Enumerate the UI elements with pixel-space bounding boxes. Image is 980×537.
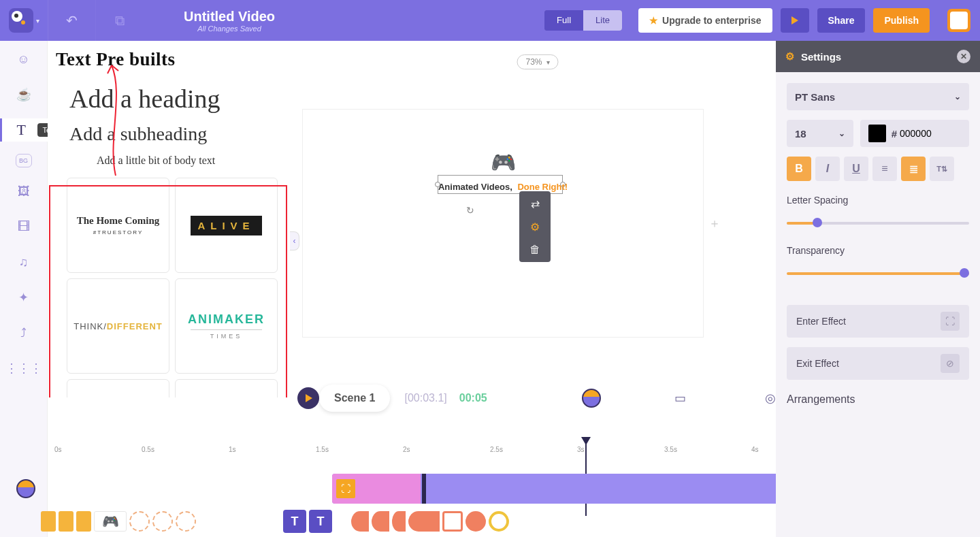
- settings-panel: ⚙ Settings ✕ PT Sans ⌄ 18 ⌄ # B I U ≡ ≣ …: [776, 41, 980, 537]
- align-left-button[interactable]: ≡: [872, 157, 897, 181]
- scene-label[interactable]: Scene 1: [319, 385, 390, 412]
- swap-icon[interactable]: ⇄: [526, 195, 544, 212]
- focus-icon[interactable]: ◎: [765, 391, 776, 406]
- prebuilt-card[interactable]: ANIMAKER TIMES: [175, 278, 278, 374]
- rail-music-icon[interactable]: ♫: [12, 250, 35, 274]
- gear-icon[interactable]: ⚙: [526, 218, 544, 235]
- prebuilt-card[interactable]: [175, 379, 278, 397]
- user-avatar[interactable]: [947, 9, 970, 32]
- add-heading[interactable]: Add a heading: [53, 81, 282, 120]
- strip-shape[interactable]: [408, 511, 440, 532]
- font-size-select[interactable]: 18 ⌄: [787, 120, 853, 147]
- settings-title: Settings: [801, 51, 841, 63]
- expand-icon: ⛶: [941, 312, 960, 331]
- enter-effect-icon[interactable]: ⛶: [336, 479, 355, 498]
- project-title-block[interactable]: Untitled Video All Changes Saved: [184, 9, 275, 33]
- add-subheading[interactable]: Add a subheading: [53, 120, 282, 152]
- text-part: Done Right!: [517, 182, 568, 192]
- prebuilt-card[interactable]: ALIVE: [175, 178, 278, 273]
- segment-divider[interactable]: [422, 474, 426, 504]
- strip-item[interactable]: [76, 511, 91, 532]
- character-layer-icon[interactable]: [582, 389, 601, 408]
- total-duration: 00:05: [459, 392, 487, 404]
- text-transform-button[interactable]: T⇅: [930, 157, 954, 181]
- element-context-menu: ⇄ ⚙ 🗑: [519, 191, 551, 262]
- timeline-play-button[interactable]: [297, 387, 319, 409]
- close-settings-button[interactable]: ✕: [957, 50, 970, 63]
- app-logo[interactable]: ▾: [0, 0, 48, 41]
- canvas-area: 73% ▾ ＋ 🎮 Animated Videos, Done Right! ↻…: [299, 41, 776, 374]
- strip-text-icon[interactable]: T: [283, 510, 306, 533]
- chevron-down-icon: ▾: [36, 17, 39, 25]
- enter-effect-button[interactable]: Enter Effect ⛶: [787, 305, 969, 338]
- timeline-control-bar: Scene 1 [00:03.1] 00:05 ▭ ◎: [293, 378, 776, 419]
- letter-spacing-slider[interactable]: [787, 215, 969, 231]
- ruler-tick: 2.5s: [490, 446, 503, 453]
- rotate-handle-icon[interactable]: ↻: [466, 205, 474, 216]
- add-scene-button[interactable]: ＋: [708, 215, 721, 231]
- strip-shape[interactable]: [392, 511, 406, 532]
- transparency-slider[interactable]: [787, 265, 969, 282]
- trash-icon[interactable]: 🗑: [526, 242, 544, 258]
- view-lite[interactable]: Lite: [583, 10, 622, 31]
- strip-text-icon[interactable]: T: [309, 510, 332, 533]
- align-center-button[interactable]: ≣: [901, 157, 926, 181]
- camera-icon[interactable]: ▭: [674, 391, 686, 406]
- prebuilt-text: TIMES: [210, 333, 243, 340]
- italic-button[interactable]: I: [815, 157, 840, 181]
- track-layer-icon[interactable]: [16, 479, 35, 498]
- prebuilt-text: #TRUESTORY: [93, 229, 144, 235]
- gear-icon: ⚙: [785, 50, 794, 63]
- rail-effects-icon[interactable]: ✦: [12, 286, 35, 309]
- prebuilt-card[interactable]: THINK/DIFFERENT: [67, 278, 169, 374]
- rail-upload-icon[interactable]: ⤴: [12, 321, 35, 344]
- preview-play-button[interactable]: [781, 8, 809, 33]
- collapse-library-handle[interactable]: ‹: [290, 231, 299, 250]
- publish-button[interactable]: Publish: [873, 8, 930, 33]
- rail-characters-icon[interactable]: ☺: [12, 48, 35, 71]
- stage[interactable]: ＋ 🎮 Animated Videos, Done Right! ↻ ⇄ ⚙ 🗑: [302, 109, 704, 338]
- prebuilt-text: ANIMAKER: [188, 312, 265, 327]
- color-swatch: [868, 125, 886, 142]
- zoom-indicator[interactable]: 73% ▾: [517, 54, 558, 69]
- project-title[interactable]: Untitled Video: [184, 9, 275, 25]
- view-mode-toggle[interactable]: Full Lite: [544, 10, 622, 31]
- undo-icon[interactable]: ↶: [48, 0, 95, 41]
- strip-shape[interactable]: [442, 511, 463, 532]
- rail-images-icon[interactable]: 🖼: [12, 180, 35, 203]
- strip-shape[interactable]: [489, 511, 509, 532]
- rail-props-icon[interactable]: ☕: [12, 83, 35, 106]
- underline-button[interactable]: U: [844, 157, 868, 181]
- view-full[interactable]: Full: [544, 10, 583, 31]
- copy-icon[interactable]: ⧉: [95, 0, 143, 41]
- rail-videos-icon[interactable]: 🎞: [12, 215, 35, 238]
- strip-shape[interactable]: [372, 511, 389, 532]
- prebuilt-card[interactable]: The Home Coming #TRUESTORY: [67, 178, 169, 273]
- text-color-picker[interactable]: #: [860, 120, 969, 147]
- upgrade-button[interactable]: ★ Upgrade to enterprise: [638, 8, 772, 33]
- bold-button[interactable]: B: [787, 157, 811, 181]
- rail-text-icon[interactable]: T Text: [0, 118, 48, 142]
- strip-item[interactable]: [41, 511, 56, 532]
- hex-color-input[interactable]: [900, 128, 961, 139]
- library-panel: Text Pre builts Add a heading Add a subh…: [48, 41, 293, 397]
- font-family-select[interactable]: PT Sans ⌄: [787, 83, 969, 110]
- font-family-value: PT Sans: [795, 91, 835, 103]
- selected-text-element[interactable]: Animated Videos, Done Right!: [434, 182, 572, 192]
- strip-dashed-circle[interactable]: [152, 511, 173, 532]
- share-button[interactable]: Share: [817, 8, 866, 33]
- exit-effect-button[interactable]: Exit Effect ⊘: [787, 347, 969, 380]
- strip-item[interactable]: [59, 511, 74, 532]
- strip-dashed-circle[interactable]: [176, 511, 196, 532]
- divider: [191, 329, 261, 330]
- strip-shape[interactable]: [466, 511, 486, 532]
- strip-shape[interactable]: [351, 511, 369, 532]
- ruler-tick: 1.5s: [316, 446, 329, 453]
- strip-gamepad-icon[interactable]: 🎮: [94, 511, 127, 532]
- add-body-text[interactable]: Add a little bit of body text: [53, 152, 282, 175]
- rail-background-icon[interactable]: BG: [16, 154, 32, 167]
- gamepad-prop[interactable]: 🎮: [491, 150, 516, 174]
- rail-apps-icon[interactable]: ⋮⋮⋮: [12, 357, 35, 380]
- prebuilt-card[interactable]: JUSTIN: [67, 379, 169, 397]
- strip-dashed-circle[interactable]: [129, 511, 150, 532]
